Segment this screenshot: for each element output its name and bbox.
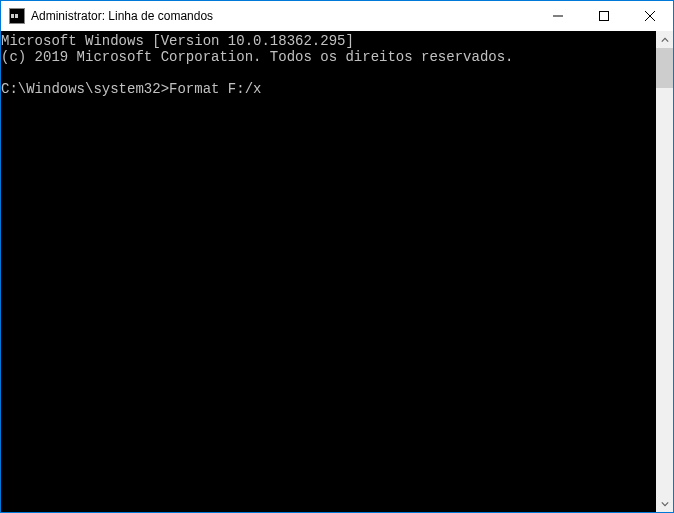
scrollbar-thumb[interactable]	[656, 48, 673, 88]
minimize-icon	[553, 11, 563, 21]
scrollbar-track[interactable]	[656, 48, 673, 495]
command-prompt-window: Administrator: Linha de comandos Microso…	[0, 0, 674, 513]
titlebar[interactable]: Administrator: Linha de comandos	[1, 1, 673, 31]
console-output[interactable]: Microsoft Windows [Version 10.0.18362.29…	[1, 31, 656, 512]
svg-rect-1	[600, 12, 609, 21]
maximize-icon	[599, 11, 609, 21]
scroll-up-button[interactable]	[656, 31, 673, 48]
close-button[interactable]	[627, 1, 673, 31]
chevron-up-icon	[661, 36, 669, 44]
maximize-button[interactable]	[581, 1, 627, 31]
minimize-button[interactable]	[535, 1, 581, 31]
close-icon	[645, 11, 655, 21]
command-text: Format F:/x	[169, 81, 261, 97]
prompt-text: C:\Windows\system32>	[1, 81, 169, 97]
cmd-icon	[9, 8, 25, 24]
vertical-scrollbar[interactable]	[656, 31, 673, 512]
console-area: Microsoft Windows [Version 10.0.18362.29…	[1, 31, 673, 512]
window-title: Administrator: Linha de comandos	[31, 9, 535, 23]
scroll-down-button[interactable]	[656, 495, 673, 512]
chevron-down-icon	[661, 500, 669, 508]
copyright-line: (c) 2019 Microsoft Corporation. Todos os…	[1, 49, 513, 65]
version-line: Microsoft Windows [Version 10.0.18362.29…	[1, 33, 354, 49]
window-controls	[535, 1, 673, 31]
